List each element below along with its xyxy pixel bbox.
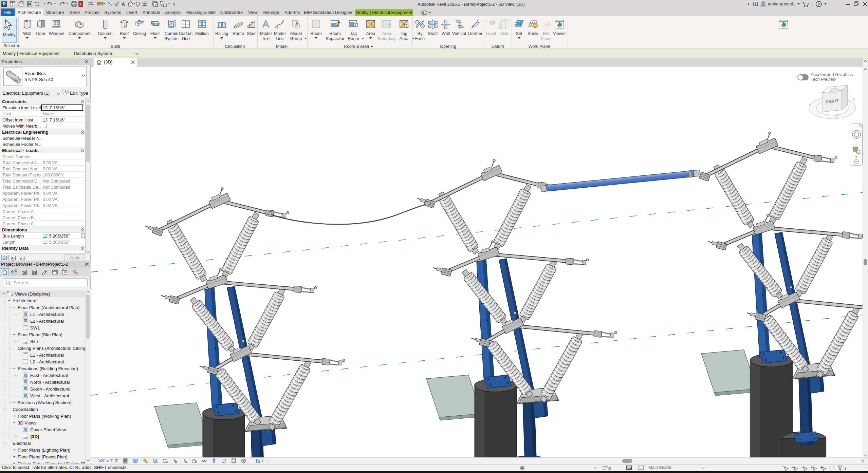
svg-text::1: :1 [843, 467, 846, 471]
svg-text:R: R [3, 2, 6, 6]
svg-text:?: ? [817, 2, 820, 7]
svg-text:Z: Z [20, 256, 22, 260]
svg-text:A: A [122, 1, 125, 7]
svg-text:anthony.conti...: anthony.conti... [768, 2, 796, 6]
svg-text:W: W [835, 114, 838, 117]
svg-text:x: x [794, 466, 795, 468]
svg-text:A: A [11, 256, 14, 260]
svg-text::0: :0 [608, 466, 611, 470]
svg-text:-1: -1 [486, 19, 488, 22]
svg-text:1: 1 [406, 25, 407, 28]
svg-text:N: N [853, 97, 855, 101]
svg-text:x: x [813, 466, 814, 468]
svg-text:S: S [809, 103, 811, 107]
svg-text:1: 1 [355, 24, 356, 27]
